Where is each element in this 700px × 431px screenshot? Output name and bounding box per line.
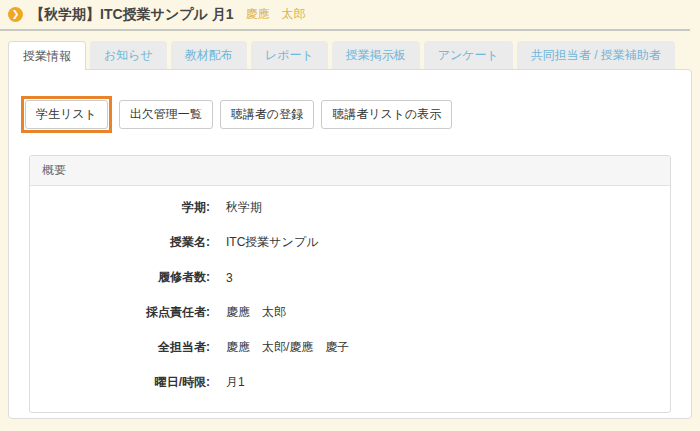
course-name-label: 授業名:	[30, 234, 210, 251]
chevron-right-circle-icon: ❯	[8, 7, 23, 22]
info-row-all-instructors: 全担当者: 慶應 太郎/慶應 慶子	[30, 330, 670, 365]
course-info-panel: 学生リスト 出欠管理一覧 聴講者の登録 聴講者リストの表示 概要 学期: 秋学期…	[8, 69, 692, 419]
tab-reports[interactable]: レポート	[251, 41, 328, 69]
overview-box-title: 概要	[30, 156, 670, 186]
student-list-button[interactable]: 学生リスト	[25, 100, 108, 129]
tab-class-board[interactable]: 授業掲示板	[332, 41, 420, 69]
course-name-value: ITC授業サンプル	[226, 234, 318, 251]
auditor-registration-button[interactable]: 聴講者の登録	[220, 100, 314, 129]
tab-survey[interactable]: アンケート	[424, 41, 513, 69]
tab-course-info[interactable]: 授業情報	[8, 41, 86, 70]
action-button-row: 学生リスト 出欠管理一覧 聴講者の登録 聴講者リストの表示	[21, 96, 679, 133]
day-period-label: 曜日/時限:	[30, 374, 210, 391]
info-row-enrolled-count: 履修者数: 3	[30, 260, 670, 295]
semester-value: 秋学期	[226, 199, 262, 216]
all-instructors-label: 全担当者:	[30, 339, 210, 356]
semester-label: 学期:	[30, 199, 210, 216]
tab-bar: 授業情報 お知らせ 教材配布 レポート 授業掲示板 アンケート 共同担当者 / …	[8, 41, 692, 69]
info-row-course-name: 授業名: ITC授業サンプル	[30, 225, 670, 260]
tab-announcements[interactable]: お知らせ	[90, 41, 167, 69]
day-period-value: 月1	[226, 374, 245, 391]
page-header: ❯ 【秋学期】ITC授業サンプル 月1 慶應 太郎	[0, 0, 690, 31]
grading-lead-label: 採点責任者:	[30, 304, 210, 321]
page-title: 【秋学期】ITC授業サンプル 月1	[30, 6, 234, 24]
enrolled-count-label: 履修者数:	[30, 269, 210, 286]
all-instructors-value: 慶應 太郎/慶應 慶子	[226, 339, 349, 356]
overview-box-body: 学期: 秋学期 授業名: ITC授業サンプル 履修者数: 3 採点責任者: 慶應…	[30, 186, 670, 412]
info-row-day-period: 曜日/時限: 月1	[30, 365, 670, 400]
grading-lead-value: 慶應 太郎	[226, 304, 286, 321]
tab-co-instructors[interactable]: 共同担当者 / 授業補助者	[517, 41, 675, 69]
info-row-semester: 学期: 秋学期	[30, 190, 670, 225]
tab-materials[interactable]: 教材配布	[171, 41, 247, 69]
student-list-highlight-ring: 学生リスト	[21, 96, 112, 133]
info-row-grading-lead: 採点責任者: 慶應 太郎	[30, 295, 670, 330]
auditor-list-button[interactable]: 聴講者リストの表示	[321, 100, 452, 129]
user-name-link[interactable]: 慶應 太郎	[246, 6, 306, 23]
overview-box: 概要 学期: 秋学期 授業名: ITC授業サンプル 履修者数: 3 採点責任者:…	[29, 155, 671, 413]
attendance-management-button[interactable]: 出欠管理一覧	[119, 100, 213, 129]
enrolled-count-value: 3	[226, 271, 233, 285]
